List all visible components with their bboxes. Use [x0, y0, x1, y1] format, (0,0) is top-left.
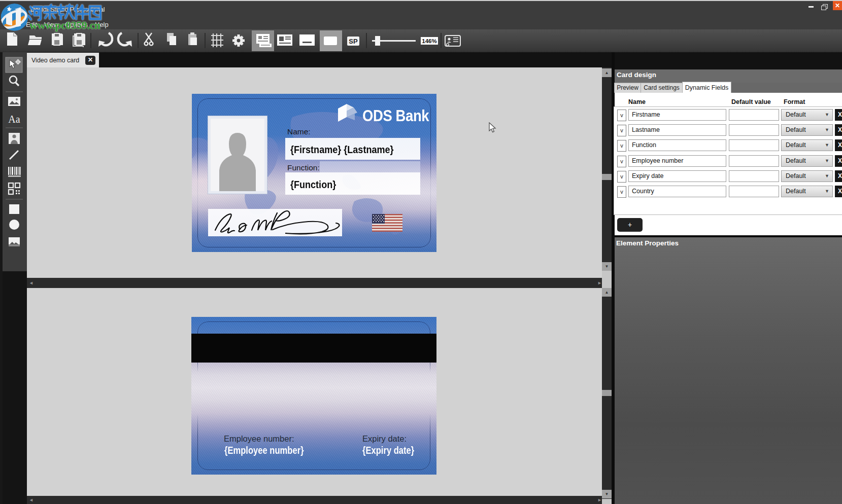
svg-text:SP: SP — [349, 38, 358, 45]
svg-text:Aa: Aa — [8, 114, 20, 125]
svg-text:www.pc0359.cn: www.pc0359.cn — [29, 19, 100, 31]
svg-text:146%: 146% — [422, 38, 436, 44]
